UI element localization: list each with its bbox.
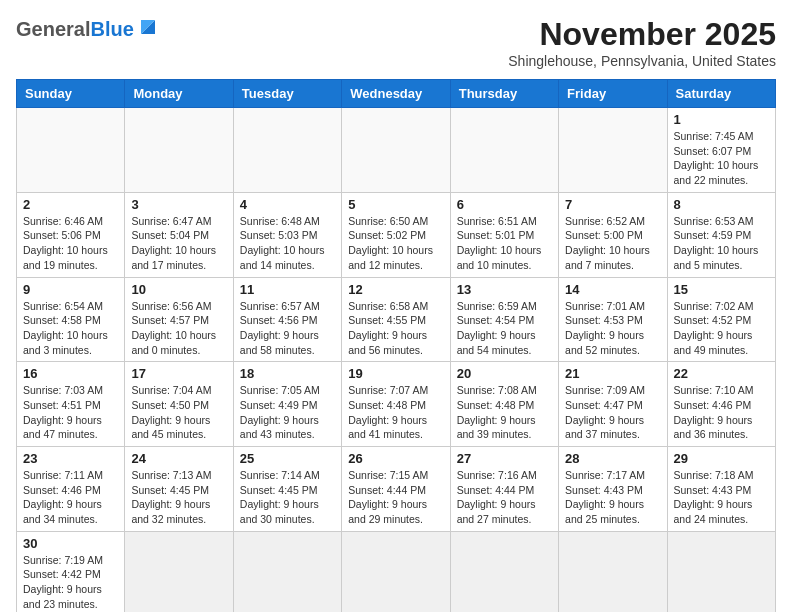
day-number: 20 xyxy=(457,366,552,381)
day-number: 30 xyxy=(23,536,118,551)
day-number: 21 xyxy=(565,366,660,381)
calendar-cell: 13Sunrise: 6:59 AM Sunset: 4:54 PM Dayli… xyxy=(450,277,558,362)
day-info: Sunrise: 6:59 AM Sunset: 4:54 PM Dayligh… xyxy=(457,299,552,358)
day-header-thursday: Thursday xyxy=(450,80,558,108)
day-info: Sunrise: 6:51 AM Sunset: 5:01 PM Dayligh… xyxy=(457,214,552,273)
calendar-cell xyxy=(233,531,341,612)
day-header-friday: Friday xyxy=(559,80,667,108)
day-number: 26 xyxy=(348,451,443,466)
day-info: Sunrise: 7:14 AM Sunset: 4:45 PM Dayligh… xyxy=(240,468,335,527)
calendar-header-row: SundayMondayTuesdayWednesdayThursdayFrid… xyxy=(17,80,776,108)
calendar-cell: 21Sunrise: 7:09 AM Sunset: 4:47 PM Dayli… xyxy=(559,362,667,447)
day-info: Sunrise: 7:13 AM Sunset: 4:45 PM Dayligh… xyxy=(131,468,226,527)
day-number: 24 xyxy=(131,451,226,466)
calendar-cell xyxy=(450,108,558,193)
subtitle: Shinglehouse, Pennsylvania, United State… xyxy=(508,53,776,69)
day-header-saturday: Saturday xyxy=(667,80,775,108)
day-number: 18 xyxy=(240,366,335,381)
day-info: Sunrise: 6:48 AM Sunset: 5:03 PM Dayligh… xyxy=(240,214,335,273)
calendar-cell xyxy=(559,108,667,193)
day-number: 10 xyxy=(131,282,226,297)
day-number: 5 xyxy=(348,197,443,212)
calendar-cell: 23Sunrise: 7:11 AM Sunset: 4:46 PM Dayli… xyxy=(17,447,125,532)
day-info: Sunrise: 6:58 AM Sunset: 4:55 PM Dayligh… xyxy=(348,299,443,358)
day-info: Sunrise: 6:54 AM Sunset: 4:58 PM Dayligh… xyxy=(23,299,118,358)
calendar-cell: 22Sunrise: 7:10 AM Sunset: 4:46 PM Dayli… xyxy=(667,362,775,447)
calendar-week-1: 2Sunrise: 6:46 AM Sunset: 5:06 PM Daylig… xyxy=(17,192,776,277)
day-header-tuesday: Tuesday xyxy=(233,80,341,108)
calendar-week-4: 23Sunrise: 7:11 AM Sunset: 4:46 PM Dayli… xyxy=(17,447,776,532)
calendar-cell: 26Sunrise: 7:15 AM Sunset: 4:44 PM Dayli… xyxy=(342,447,450,532)
calendar-cell: 16Sunrise: 7:03 AM Sunset: 4:51 PM Dayli… xyxy=(17,362,125,447)
page-header: General Blue November 2025 Shinglehouse,… xyxy=(16,16,776,69)
calendar-cell: 15Sunrise: 7:02 AM Sunset: 4:52 PM Dayli… xyxy=(667,277,775,362)
calendar-cell: 11Sunrise: 6:57 AM Sunset: 4:56 PM Dayli… xyxy=(233,277,341,362)
calendar-cell: 10Sunrise: 6:56 AM Sunset: 4:57 PM Dayli… xyxy=(125,277,233,362)
calendar-cell: 3Sunrise: 6:47 AM Sunset: 5:04 PM Daylig… xyxy=(125,192,233,277)
calendar-cell: 5Sunrise: 6:50 AM Sunset: 5:02 PM Daylig… xyxy=(342,192,450,277)
calendar-cell: 24Sunrise: 7:13 AM Sunset: 4:45 PM Dayli… xyxy=(125,447,233,532)
day-info: Sunrise: 7:03 AM Sunset: 4:51 PM Dayligh… xyxy=(23,383,118,442)
day-info: Sunrise: 6:47 AM Sunset: 5:04 PM Dayligh… xyxy=(131,214,226,273)
calendar-cell: 7Sunrise: 6:52 AM Sunset: 5:00 PM Daylig… xyxy=(559,192,667,277)
calendar-table: SundayMondayTuesdayWednesdayThursdayFrid… xyxy=(16,79,776,612)
calendar-week-2: 9Sunrise: 6:54 AM Sunset: 4:58 PM Daylig… xyxy=(17,277,776,362)
day-number: 15 xyxy=(674,282,769,297)
day-number: 4 xyxy=(240,197,335,212)
day-number: 19 xyxy=(348,366,443,381)
calendar-cell xyxy=(450,531,558,612)
day-info: Sunrise: 6:46 AM Sunset: 5:06 PM Dayligh… xyxy=(23,214,118,273)
day-number: 13 xyxy=(457,282,552,297)
calendar-cell: 19Sunrise: 7:07 AM Sunset: 4:48 PM Dayli… xyxy=(342,362,450,447)
day-info: Sunrise: 6:52 AM Sunset: 5:00 PM Dayligh… xyxy=(565,214,660,273)
day-number: 1 xyxy=(674,112,769,127)
day-number: 8 xyxy=(674,197,769,212)
day-number: 11 xyxy=(240,282,335,297)
day-info: Sunrise: 7:15 AM Sunset: 4:44 PM Dayligh… xyxy=(348,468,443,527)
calendar-cell: 14Sunrise: 7:01 AM Sunset: 4:53 PM Dayli… xyxy=(559,277,667,362)
day-info: Sunrise: 7:09 AM Sunset: 4:47 PM Dayligh… xyxy=(565,383,660,442)
day-header-sunday: Sunday xyxy=(17,80,125,108)
calendar-cell xyxy=(342,108,450,193)
day-number: 14 xyxy=(565,282,660,297)
day-info: Sunrise: 7:10 AM Sunset: 4:46 PM Dayligh… xyxy=(674,383,769,442)
month-title: November 2025 xyxy=(508,16,776,53)
day-info: Sunrise: 6:56 AM Sunset: 4:57 PM Dayligh… xyxy=(131,299,226,358)
day-info: Sunrise: 7:01 AM Sunset: 4:53 PM Dayligh… xyxy=(565,299,660,358)
day-number: 2 xyxy=(23,197,118,212)
day-number: 28 xyxy=(565,451,660,466)
calendar-cell: 20Sunrise: 7:08 AM Sunset: 4:48 PM Dayli… xyxy=(450,362,558,447)
day-number: 23 xyxy=(23,451,118,466)
calendar-cell: 28Sunrise: 7:17 AM Sunset: 4:43 PM Dayli… xyxy=(559,447,667,532)
day-info: Sunrise: 7:19 AM Sunset: 4:42 PM Dayligh… xyxy=(23,553,118,612)
day-info: Sunrise: 7:02 AM Sunset: 4:52 PM Dayligh… xyxy=(674,299,769,358)
calendar-cell: 9Sunrise: 6:54 AM Sunset: 4:58 PM Daylig… xyxy=(17,277,125,362)
calendar-cell: 8Sunrise: 6:53 AM Sunset: 4:59 PM Daylig… xyxy=(667,192,775,277)
calendar-cell: 17Sunrise: 7:04 AM Sunset: 4:50 PM Dayli… xyxy=(125,362,233,447)
calendar-cell xyxy=(125,108,233,193)
calendar-week-0: 1Sunrise: 7:45 AM Sunset: 6:07 PM Daylig… xyxy=(17,108,776,193)
day-info: Sunrise: 7:16 AM Sunset: 4:44 PM Dayligh… xyxy=(457,468,552,527)
calendar-cell: 30Sunrise: 7:19 AM Sunset: 4:42 PM Dayli… xyxy=(17,531,125,612)
calendar-cell: 6Sunrise: 6:51 AM Sunset: 5:01 PM Daylig… xyxy=(450,192,558,277)
calendar-cell: 12Sunrise: 6:58 AM Sunset: 4:55 PM Dayli… xyxy=(342,277,450,362)
day-number: 16 xyxy=(23,366,118,381)
calendar-cell: 25Sunrise: 7:14 AM Sunset: 4:45 PM Dayli… xyxy=(233,447,341,532)
logo-triangle-icon xyxy=(137,16,159,38)
calendar-cell: 4Sunrise: 6:48 AM Sunset: 5:03 PM Daylig… xyxy=(233,192,341,277)
day-info: Sunrise: 6:53 AM Sunset: 4:59 PM Dayligh… xyxy=(674,214,769,273)
day-number: 3 xyxy=(131,197,226,212)
calendar-cell xyxy=(125,531,233,612)
day-info: Sunrise: 6:50 AM Sunset: 5:02 PM Dayligh… xyxy=(348,214,443,273)
calendar-cell xyxy=(233,108,341,193)
day-info: Sunrise: 6:57 AM Sunset: 4:56 PM Dayligh… xyxy=(240,299,335,358)
day-info: Sunrise: 7:45 AM Sunset: 6:07 PM Dayligh… xyxy=(674,129,769,188)
day-number: 6 xyxy=(457,197,552,212)
calendar-week-5: 30Sunrise: 7:19 AM Sunset: 4:42 PM Dayli… xyxy=(17,531,776,612)
day-number: 12 xyxy=(348,282,443,297)
day-number: 22 xyxy=(674,366,769,381)
title-area: November 2025 Shinglehouse, Pennsylvania… xyxy=(508,16,776,69)
day-number: 29 xyxy=(674,451,769,466)
calendar-cell xyxy=(17,108,125,193)
day-info: Sunrise: 7:18 AM Sunset: 4:43 PM Dayligh… xyxy=(674,468,769,527)
